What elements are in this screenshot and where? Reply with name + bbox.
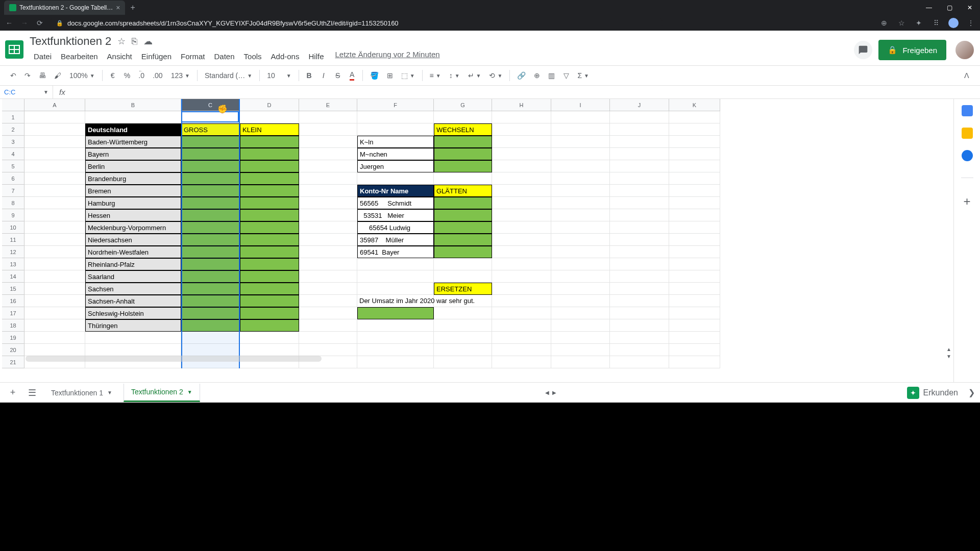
cell-B15[interactable]: Sachsen [85, 283, 181, 295]
tab-left-icon[interactable]: ◀ [544, 389, 550, 396]
cell-J18[interactable] [610, 319, 669, 332]
cell-D1[interactable] [240, 111, 299, 123]
cell-B18[interactable]: Thüringen [85, 319, 181, 332]
valign-button[interactable]: ↕▼ [446, 69, 463, 82]
cell-K15[interactable] [669, 283, 720, 295]
all-sheets-button[interactable]: ☰ [24, 385, 40, 400]
sheets-logo-icon[interactable] [4, 37, 24, 62]
cell-H15[interactable] [492, 283, 551, 295]
cell-A15[interactable] [24, 283, 85, 295]
row-header-4[interactable]: 4 [2, 148, 24, 160]
cell-F2[interactable] [357, 123, 434, 136]
cell-C5[interactable] [181, 160, 240, 172]
cell-F20[interactable] [357, 344, 434, 356]
text-color-button[interactable]: A [346, 68, 358, 83]
cell-H4[interactable] [492, 148, 551, 160]
dec-increase-button[interactable]: .00 [150, 69, 165, 82]
col-header-C[interactable]: C [181, 99, 240, 111]
cell-A2[interactable] [24, 123, 85, 136]
row-header-14[interactable]: 14 [2, 270, 24, 283]
paint-format-button[interactable]: 🖌 [51, 69, 64, 82]
cell-H20[interactable] [492, 344, 551, 356]
cell-F15[interactable] [357, 283, 434, 295]
cell-C19[interactable] [181, 332, 240, 344]
cell-I16[interactable] [551, 295, 610, 307]
cell-F9[interactable]: 53531 Meier [357, 209, 434, 221]
collapse-toolbar-button[interactable]: ᐱ [961, 69, 973, 82]
cell-G9[interactable] [434, 209, 492, 221]
cell-H5[interactable] [492, 160, 551, 172]
cell-C17[interactable] [181, 307, 240, 319]
cell-I4[interactable] [551, 148, 610, 160]
cell-E8[interactable] [299, 197, 357, 209]
cell-J1[interactable] [610, 111, 669, 123]
cell-H1[interactable] [492, 111, 551, 123]
cell-I6[interactable] [551, 172, 610, 185]
scroll-up-icon[interactable]: ▲ [945, 346, 952, 354]
cell-E10[interactable] [299, 221, 357, 234]
cell-B17[interactable]: Schleswig-Holstein [85, 307, 181, 319]
cell-A7[interactable] [24, 185, 85, 197]
row-header-17[interactable]: 17 [2, 307, 24, 319]
tasks-icon[interactable] [962, 150, 973, 161]
cell-F7[interactable]: Konto-Nr Name [357, 185, 434, 197]
cell-G4[interactable] [434, 148, 492, 160]
halign-button[interactable]: ≡▼ [427, 69, 444, 82]
cell-F21[interactable] [357, 356, 434, 368]
menu-bearbeiten[interactable]: Bearbeiten [57, 50, 102, 63]
cell-C3[interactable] [181, 136, 240, 148]
cell-D5[interactable] [240, 160, 299, 172]
address-bar[interactable]: 🔒 docs.google.com/spreadsheets/d/1rn3osC… [50, 17, 663, 29]
cell-E15[interactable] [299, 283, 357, 295]
cell-C14[interactable] [181, 270, 240, 283]
cell-A9[interactable] [24, 209, 85, 221]
row-header-3[interactable]: 3 [2, 136, 24, 148]
cell-I10[interactable] [551, 221, 610, 234]
cell-K13[interactable] [669, 258, 720, 270]
cell-D7[interactable] [240, 185, 299, 197]
maximize-icon[interactable]: ▢ [939, 0, 960, 15]
ext2-icon[interactable]: ⠿ [931, 19, 941, 27]
cell-H18[interactable] [492, 319, 551, 332]
cell-F4[interactable]: M~nchen [357, 148, 434, 160]
cell-I5[interactable] [551, 160, 610, 172]
cell-C4[interactable] [181, 148, 240, 160]
cell-I9[interactable] [551, 209, 610, 221]
cell-K12[interactable] [669, 246, 720, 258]
cell-D19[interactable] [240, 332, 299, 344]
cell-D9[interactable] [240, 209, 299, 221]
cell-F16[interactable]: Der Umsatz im Jahr 2020 war sehr gut. [357, 295, 434, 307]
cell-I15[interactable] [551, 283, 610, 295]
cell-C10[interactable] [181, 221, 240, 234]
cell-G3[interactable] [434, 136, 492, 148]
cell-A6[interactable] [24, 172, 85, 185]
cell-A19[interactable] [24, 332, 85, 344]
cell-C1[interactable] [181, 111, 240, 123]
cell-C15[interactable] [181, 283, 240, 295]
close-window-icon[interactable]: ✕ [960, 0, 980, 15]
cell-K16[interactable] [669, 295, 720, 307]
row-header-21[interactable]: 21 [2, 356, 24, 368]
cell-C11[interactable] [181, 234, 240, 246]
side-panel-toggle-icon[interactable]: ❯ [968, 388, 975, 397]
cell-H8[interactable] [492, 197, 551, 209]
cell-I20[interactable] [551, 344, 610, 356]
cell-D15[interactable] [240, 283, 299, 295]
col-header-B[interactable]: B [85, 99, 181, 111]
share-button[interactable]: 🔒 Freigeben [878, 40, 946, 60]
cell-F6[interactable] [357, 172, 434, 185]
cell-A1[interactable] [24, 111, 85, 123]
menu-hilfe[interactable]: Hilfe [304, 50, 328, 63]
cell-A18[interactable] [24, 319, 85, 332]
cell-K18[interactable] [669, 319, 720, 332]
cell-B13[interactable]: Rheinland-Pfalz [85, 258, 181, 270]
row-header-10[interactable]: 10 [2, 221, 24, 234]
cell-C2[interactable]: GROSS [181, 123, 240, 136]
zoom-icon[interactable]: ⊕ [879, 19, 889, 27]
cell-D14[interactable] [240, 270, 299, 283]
comments-button[interactable] [854, 41, 872, 59]
cell-A8[interactable] [24, 197, 85, 209]
keep-icon[interactable] [962, 128, 973, 139]
cell-H16[interactable] [492, 295, 551, 307]
menu-format[interactable]: Format [177, 50, 209, 63]
